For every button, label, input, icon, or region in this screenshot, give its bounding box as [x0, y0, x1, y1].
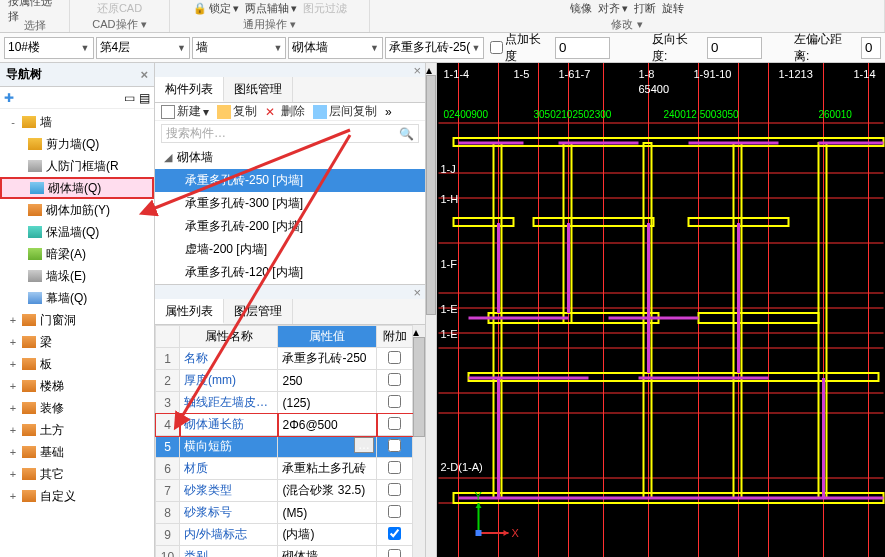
tree-item-板[interactable]: +板 — [0, 353, 154, 375]
col-extra[interactable]: 附加 — [377, 326, 413, 348]
extra-checkbox[interactable] — [377, 348, 413, 370]
break-button[interactable]: 打断 — [634, 1, 656, 16]
prop-value[interactable]: (混合砂浆 32.5) — [278, 480, 377, 502]
tree-item-墙[interactable]: -墙 — [0, 111, 154, 133]
proplist-close-icon[interactable]: × — [413, 285, 421, 300]
prop-scrollbar[interactable]: ▴ — [413, 325, 425, 557]
search-input[interactable]: 搜索构件… 🔍 — [161, 124, 419, 143]
complist-close-icon[interactable]: × — [413, 63, 421, 78]
prop-row[interactable]: 3轴线距左墙皮…(125) — [156, 392, 413, 414]
prop-name[interactable]: 名称 — [180, 348, 278, 370]
nav-add-icon[interactable]: ✚ — [4, 91, 14, 105]
reverse-length-input[interactable] — [707, 37, 762, 59]
tree-item-基础[interactable]: +基础 — [0, 441, 154, 463]
prop-name[interactable]: 厚度(mm) — [180, 370, 278, 392]
left-offset-input[interactable] — [861, 37, 881, 59]
prop-row[interactable]: 7砂浆类型(混合砂浆 32.5) — [156, 480, 413, 502]
copy-button[interactable]: 复制 — [217, 103, 257, 120]
extra-checkbox[interactable] — [377, 458, 413, 480]
point-add-input[interactable] — [555, 37, 610, 59]
nav-close-icon[interactable]: × — [140, 67, 148, 82]
comp-item[interactable]: 承重多孔砖-120 [内墙] — [155, 261, 425, 284]
col-propvalue[interactable]: 属性值 — [278, 326, 377, 348]
aux-axis-button[interactable]: 两点辅轴 ▾ — [245, 1, 297, 16]
tree-item-墙垛(E)[interactable]: 墙垛(E) — [0, 265, 154, 287]
extra-checkbox[interactable] — [377, 414, 413, 436]
tab-drawing-mgmt[interactable]: 图纸管理 — [224, 77, 293, 102]
prop-name[interactable]: 横向短筋 — [180, 436, 278, 458]
nav-view1-icon[interactable]: ▭ — [124, 91, 135, 105]
prop-value[interactable]: 承重多孔砖-250 — [278, 348, 377, 370]
comp-item[interactable]: 虚墙-200 [内墙] — [155, 238, 425, 261]
prop-row[interactable]: 5横向短筋… — [156, 436, 413, 458]
tree-item-人防门框墙(R[interactable]: 人防门框墙(R — [0, 155, 154, 177]
prop-name[interactable]: 砌体通长筋 — [180, 414, 278, 436]
prop-name[interactable]: 内/外墙标志 — [180, 524, 278, 546]
prop-name[interactable]: 砂浆标号 — [180, 502, 278, 524]
prop-row[interactable]: 4砌体通长筋2Φ6@500 — [156, 414, 413, 436]
tree-item-门窗洞[interactable]: +门窗洞 — [0, 309, 154, 331]
extra-checkbox[interactable] — [377, 480, 413, 502]
extra-checkbox[interactable] — [377, 546, 413, 558]
tree-item-梁[interactable]: +梁 — [0, 331, 154, 353]
toolbar-more-icon[interactable]: » — [385, 105, 392, 119]
lock-button[interactable]: 🔒锁定 ▾ — [193, 1, 239, 16]
prop-value[interactable]: (125) — [278, 392, 377, 414]
tree-item-其它[interactable]: +其它 — [0, 463, 154, 485]
tab-component-list[interactable]: 构件列表 — [155, 77, 224, 102]
elem-filter-button[interactable]: 图元过滤 — [303, 1, 347, 16]
tree-item-幕墙(Q)[interactable]: 幕墙(Q) — [0, 287, 154, 309]
browse-button[interactable]: … — [354, 437, 374, 453]
prop-row[interactable]: 9内/外墙标志(内墙) — [156, 524, 413, 546]
extra-checkbox[interactable] — [377, 370, 413, 392]
prop-row[interactable]: 8砂浆标号(M5) — [156, 502, 413, 524]
extra-checkbox[interactable] — [377, 524, 413, 546]
extra-checkbox[interactable] — [377, 392, 413, 414]
comp-group[interactable]: ◢砌体墙 — [155, 146, 425, 169]
tree-item-砌体加筋(Y)[interactable]: 砌体加筋(Y) — [0, 199, 154, 221]
spec-combo[interactable]: 承重多孔砖-25(▼ — [385, 37, 484, 59]
prop-name[interactable]: 材质 — [180, 458, 278, 480]
point-add-checkbox[interactable]: 点加长度 — [490, 31, 553, 65]
subtype-combo[interactable]: 砌体墙▼ — [288, 37, 382, 59]
prop-row[interactable]: 1名称承重多孔砖-250 — [156, 348, 413, 370]
tree-item-土方[interactable]: +土方 — [0, 419, 154, 441]
prop-value[interactable]: (M5) — [278, 502, 377, 524]
floor-combo[interactable]: 第4层▼ — [96, 37, 190, 59]
extra-checkbox[interactable] — [377, 502, 413, 524]
tree-item-砌体墙(Q)[interactable]: 砌体墙(Q) — [0, 177, 154, 199]
tree-item-保温墙(Q)[interactable]: 保温墙(Q) — [0, 221, 154, 243]
prop-row[interactable]: 2厚度(mm)250 — [156, 370, 413, 392]
tree-item-剪力墙(Q)[interactable]: 剪力墙(Q) — [0, 133, 154, 155]
tab-property-list[interactable]: 属性列表 — [155, 299, 224, 324]
prop-value[interactable]: 承重粘土多孔砖 — [278, 458, 377, 480]
comp-item[interactable]: 承重多孔砖-250 [内墙] — [155, 169, 425, 192]
prop-row[interactable]: 10类别砌体墙 — [156, 546, 413, 558]
prop-value[interactable]: 250 — [278, 370, 377, 392]
prop-name[interactable]: 轴线距左墙皮… — [180, 392, 278, 414]
cad-view[interactable]: 65400 02400900 30502102502300 240012 500… — [437, 63, 885, 557]
search-icon[interactable]: 🔍 — [399, 127, 414, 141]
restore-cad-button[interactable]: 还原CAD — [97, 1, 142, 16]
prop-name[interactable]: 类别 — [180, 546, 278, 558]
prop-name[interactable]: 砂浆类型 — [180, 480, 278, 502]
category-combo[interactable]: 墙▼ — [192, 37, 286, 59]
col-propname[interactable]: 属性名称 — [180, 326, 278, 348]
prop-value[interactable]: 2Φ6@500 — [278, 414, 377, 436]
delete-button[interactable]: ✕删除 — [265, 103, 305, 120]
tab-layer-mgmt[interactable]: 图层管理 — [224, 299, 293, 324]
layer-copy-button[interactable]: 层间复制 — [313, 103, 377, 120]
extra-checkbox[interactable] — [377, 436, 413, 458]
new-button[interactable]: 新建 ▾ — [161, 103, 209, 120]
tree-item-暗梁(A)[interactable]: 暗梁(A) — [0, 243, 154, 265]
prop-value[interactable]: (内墙) — [278, 524, 377, 546]
tree-item-自定义[interactable]: +自定义 — [0, 485, 154, 507]
align-button[interactable]: 对齐 ▾ — [598, 1, 628, 16]
tree-item-装修[interactable]: +装修 — [0, 397, 154, 419]
nav-view2-icon[interactable]: ▤ — [139, 91, 150, 105]
tree-item-楼梯[interactable]: +楼梯 — [0, 375, 154, 397]
building-combo[interactable]: 10#楼▼ — [4, 37, 94, 59]
prop-value[interactable]: 砌体墙 — [278, 546, 377, 558]
comp-item[interactable]: 承重多孔砖-300 [内墙] — [155, 192, 425, 215]
rotate-button[interactable]: 旋转 — [662, 1, 684, 16]
